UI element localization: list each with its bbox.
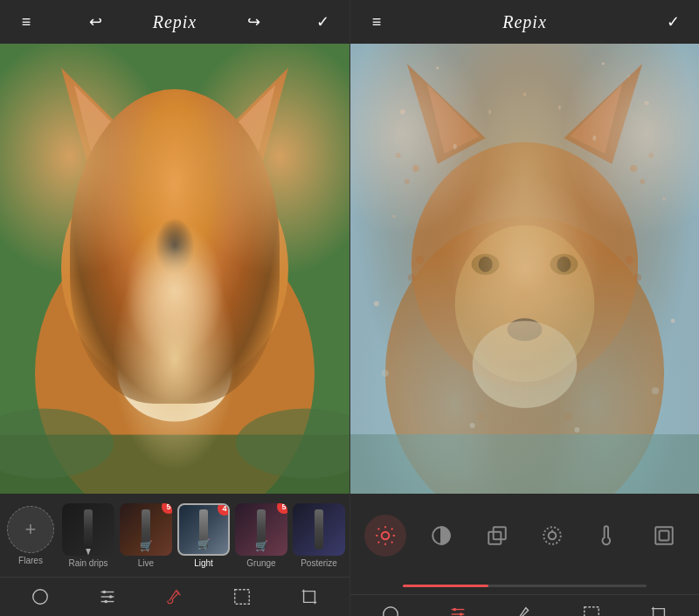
effect-frame[interactable]	[641, 515, 687, 557]
redo-icon[interactable]: ↪	[242, 12, 266, 31]
contrast-icon	[430, 524, 453, 547]
svg-point-54	[396, 153, 401, 158]
svg-point-94	[544, 527, 562, 544]
svg-marker-3	[61, 68, 131, 164]
svg-rect-24	[0, 435, 350, 495]
brush-tool-right[interactable]	[509, 599, 540, 616]
temperature-icon	[597, 524, 619, 547]
crop-tool-left[interactable]	[294, 581, 325, 613]
svg-point-12	[135, 263, 141, 268]
svg-point-44	[671, 319, 675, 323]
left-panel: ≡ ↩ Repix ↪ ✓	[0, 0, 350, 616]
svg-point-60	[550, 254, 578, 275]
menu-icon-right[interactable]: ≡	[364, 13, 389, 31]
svg-point-17	[150, 354, 156, 359]
svg-point-13	[214, 263, 219, 268]
circle-tool-left[interactable]	[24, 581, 56, 613]
brush-item-posterize[interactable]: Posterize	[292, 503, 346, 568]
brush-item-live[interactable]: 5 🛒 Live	[119, 503, 173, 568]
effect-slider[interactable]	[403, 585, 647, 587]
svg-point-39	[645, 100, 649, 105]
svg-point-11	[206, 260, 222, 278]
brush-label-live: Live	[138, 558, 154, 568]
svg-point-2	[61, 147, 288, 391]
confirm-icon-left[interactable]: ✓	[311, 12, 336, 31]
circle-tool-right[interactable]	[375, 599, 406, 616]
svg-point-78	[574, 427, 579, 433]
brush-row: + Flares Rain drips 5 🛒 Live	[0, 494, 350, 577]
svg-point-74	[488, 109, 491, 114]
svg-point-31	[103, 591, 107, 594]
select-tool-right[interactable]	[576, 599, 607, 616]
select-tool-left[interactable]	[226, 581, 258, 613]
sliders-tool-right[interactable]	[442, 599, 474, 616]
cart-icon-light: 🛒	[197, 538, 211, 550]
brush-item-light[interactable]: 4 🛒 Light	[176, 503, 231, 568]
styled-image-area	[350, 44, 699, 494]
confirm-icon-right[interactable]: ✓	[661, 12, 685, 31]
effect-brightness[interactable]	[363, 515, 408, 557]
svg-point-72	[453, 144, 457, 149]
svg-point-67	[625, 256, 633, 265]
svg-point-68	[634, 273, 641, 280]
slider-row	[350, 577, 699, 594]
svg-line-22	[245, 182, 262, 217]
brush-label-light: Light	[194, 558, 213, 568]
svg-point-47	[412, 142, 638, 386]
svg-point-61	[479, 257, 493, 273]
svg-point-10	[128, 260, 143, 278]
sliders-tool-left[interactable]	[92, 581, 123, 613]
left-action-bar	[0, 577, 350, 616]
brush-item-raindrips[interactable]: Rain drips	[61, 503, 115, 568]
svg-point-14	[156, 327, 194, 351]
effect-row	[350, 494, 699, 577]
right-bottom-toolbar	[350, 494, 699, 616]
brightness-icon	[374, 524, 397, 547]
svg-point-103	[460, 613, 463, 616]
svg-rect-34	[235, 590, 250, 605]
svg-rect-0	[0, 44, 350, 494]
svg-line-84	[377, 528, 379, 529]
svg-marker-50	[427, 84, 480, 154]
svg-point-58	[455, 225, 595, 383]
svg-point-45	[436, 67, 439, 70]
left-bottom-toolbar: + Flares Rain drips 5 🛒 Live	[0, 494, 350, 616]
crop-icon-right	[649, 605, 668, 616]
svg-point-93	[549, 531, 557, 539]
fox-original-image	[0, 44, 350, 494]
effect-contrast[interactable]	[419, 515, 464, 557]
original-image-area	[0, 44, 350, 494]
svg-point-81	[382, 531, 390, 539]
svg-point-38	[419, 84, 422, 87]
undo-icon[interactable]: ↩	[83, 12, 107, 31]
svg-point-64	[473, 321, 578, 408]
cart-icon-live: 🛒	[140, 540, 153, 552]
svg-line-21	[100, 173, 114, 208]
svg-point-80	[382, 370, 389, 377]
slider-fill	[403, 585, 488, 587]
svg-point-76	[523, 93, 527, 96]
effect-vignette[interactable]	[529, 515, 575, 557]
svg-point-16	[133, 345, 138, 350]
effect-temperature[interactable]	[585, 515, 631, 557]
brush-item-flares[interactable]: + Flares	[3, 506, 58, 565]
svg-point-9	[198, 257, 230, 281]
svg-marker-6	[223, 86, 275, 156]
fox-svg-styled	[350, 44, 699, 494]
left-top-bar: ≡ ↩ Repix ↪ ✓	[0, 0, 350, 44]
svg-point-46	[602, 63, 605, 66]
crop-tool-right[interactable]	[643, 599, 675, 616]
brush-tool-left[interactable]	[159, 581, 190, 613]
svg-point-55	[630, 165, 637, 172]
svg-point-18	[211, 345, 217, 350]
svg-marker-49	[564, 64, 642, 164]
badge-light: 4	[218, 503, 230, 516]
effect-layers[interactable]	[474, 515, 520, 557]
brush-label-grunge: Grunge	[246, 558, 275, 568]
brush-icon-right	[515, 605, 534, 616]
brush-item-grunge[interactable]: 5 🛒 Grunge	[234, 503, 288, 568]
svg-point-40	[627, 75, 631, 79]
svg-point-79	[652, 387, 659, 394]
menu-icon-left[interactable]: ≡	[14, 13, 38, 31]
circle-icon-right	[381, 605, 400, 616]
